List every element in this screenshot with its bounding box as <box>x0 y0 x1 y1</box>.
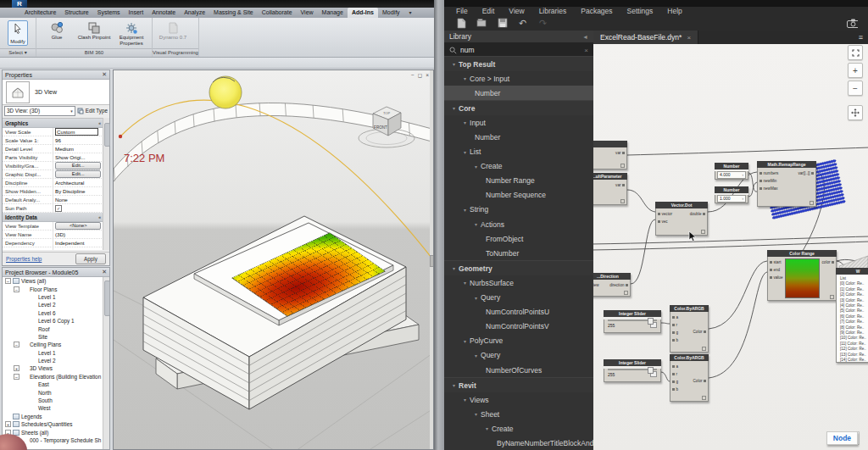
node-vector-dot[interactable]: Vector.Dotvectorvecdouble <box>655 202 708 236</box>
node-preview-toggle[interactable] <box>702 396 706 400</box>
output-port-var[interactable]: var <box>614 181 626 189</box>
library-item-list[interactable]: ▾List <box>444 145 593 159</box>
input-port-newmax[interactable]: newMax <box>758 185 780 192</box>
section-header-identity-data[interactable]: Identity Data« <box>3 213 103 222</box>
menu-settings[interactable]: Settings <box>627 7 654 15</box>
browser-item-level-6[interactable]: Level 6 <box>3 309 103 317</box>
input-port-a[interactable]: a <box>670 314 680 321</box>
browser-item-legends[interactable]: Legends <box>3 413 103 420</box>
property-value-button[interactable]: <None> <box>55 222 101 230</box>
input-port-r[interactable]: r <box>670 321 680 329</box>
browser-item-3d-views[interactable]: +3D Views <box>3 364 103 372</box>
output-port-direction[interactable]: direction <box>608 281 630 289</box>
input-port-vector[interactable]: vector <box>656 210 674 218</box>
library-item-views[interactable]: ▾Views <box>444 392 593 407</box>
library-item-polycurve[interactable]: ▾PolyCurve <box>444 334 593 348</box>
node-button[interactable]: Node <box>826 431 858 445</box>
browser-item-ceiling-plans[interactable]: −Ceiling Plans <box>3 341 103 348</box>
edit-type-button[interactable]: Edit Type <box>77 108 108 114</box>
library-item-geometry[interactable]: ▾Geometry <box>444 260 593 275</box>
node-param-a[interactable]: var <box>593 141 627 169</box>
type-selector-preview[interactable]: 3D View <box>3 80 109 105</box>
ribbon-tab-add-ins[interactable]: Add-Ins <box>348 8 378 18</box>
slider-thumb[interactable] <box>648 367 654 374</box>
library-item-input[interactable]: ▾Input <box>444 115 593 130</box>
node-color-range[interactable]: Color Rangestartendvaluecolor <box>767 250 837 301</box>
browser-item-roof[interactable]: Roof <box>3 325 103 332</box>
input-port-a[interactable]: a <box>670 363 680 370</box>
input-port-start[interactable]: start <box>768 258 784 266</box>
node-watch[interactable]: WList[0] Color: Re..[1] Color: Re..[2] C… <box>836 268 868 363</box>
select-panel-label[interactable]: Select ▾ <box>0 48 36 57</box>
node-value[interactable]: 1.000› <box>717 195 746 203</box>
zoom-in-button[interactable]: + <box>848 63 863 78</box>
library-item-number[interactable]: Number <box>444 130 593 144</box>
ribbon-options-icon[interactable]: ▾ <box>409 8 412 18</box>
node-param-b[interactable]: ...ultParametervar <box>593 173 627 205</box>
browser-item-level-2[interactable]: Level 2 <box>3 301 103 308</box>
input-port-b[interactable]: b <box>670 386 680 393</box>
node-canvas[interactable]: var...ultParametervarNumber4.000›Number1… <box>593 44 868 450</box>
ribbon-tab-structure[interactable]: Structure <box>60 8 92 18</box>
node-value[interactable]: 4.000› <box>717 171 746 179</box>
ribbon-tab-manage[interactable]: Manage <box>318 8 348 18</box>
modify-button[interactable]: Modify <box>8 20 28 46</box>
browser-item-north[interactable]: North <box>3 388 103 396</box>
ribbon-tab-annotate[interactable]: Annotate <box>147 8 180 18</box>
glue-button[interactable]: Glue <box>39 19 75 41</box>
library-item-number-range[interactable]: Number Range <box>444 174 593 188</box>
library-item-number[interactable]: Number <box>444 86 593 100</box>
browser-item-level-1[interactable]: Level 1 <box>3 293 103 301</box>
properties-scrollbar[interactable] <box>103 118 109 250</box>
workspace-tab[interactable]: ExcelRead-BaseFile.dyn* × <box>593 31 698 44</box>
node-math-remaprange[interactable]: Math.RemapRangenumbersnewMinnewMaxvar[].… <box>757 161 816 207</box>
browser-item-level-1[interactable]: Level 1 <box>3 349 103 357</box>
node-preview-toggle[interactable] <box>624 291 628 295</box>
library-collapse-icon[interactable]: ◄ <box>582 34 588 40</box>
view-minimize-icon[interactable]: − <box>411 72 415 78</box>
browser-item-sheets-all[interactable]: −Sheets (all) <box>3 428 103 436</box>
ribbon-tab-view[interactable]: View <box>297 8 318 18</box>
expand-icon[interactable]: + <box>5 421 11 427</box>
view-restore-icon[interactable]: ◻ <box>418 72 422 78</box>
collapse-icon[interactable]: − <box>5 278 11 284</box>
property-value-button[interactable]: Edit... <box>55 162 101 169</box>
library-item-numcontrolpointsu[interactable]: NumControlPointsU <box>444 305 593 319</box>
ribbon-tab-analyze[interactable]: Analyze <box>180 8 209 18</box>
library-item-query[interactable]: ▾Query <box>444 348 593 363</box>
node-preview-toggle[interactable] <box>620 199 625 203</box>
expand-icon[interactable]: + <box>14 365 19 371</box>
menu-help[interactable]: Help <box>667 7 682 15</box>
view-scrollbar[interactable] <box>430 70 433 449</box>
open-file-icon[interactable] <box>476 18 487 29</box>
menu-edit[interactable]: Edit <box>482 7 495 15</box>
output-port-color[interactable]: Color <box>692 377 708 385</box>
section-header-graphics[interactable]: Graphics« <box>3 119 103 128</box>
input-port-g[interactable]: g <box>670 378 680 386</box>
library-item-create[interactable]: ▾Create <box>444 421 593 436</box>
library-item-string[interactable]: ▾String <box>444 203 593 217</box>
search-input[interactable] <box>460 46 581 54</box>
node-integer-slider-1[interactable]: Integer Slider255 <box>604 310 661 333</box>
new-file-icon[interactable] <box>456 18 467 29</box>
ribbon-tab-systems[interactable]: Systems <box>93 8 125 18</box>
browser-item-site[interactable]: Site <box>3 333 103 341</box>
equipment-properties-button[interactable]: Equipment Properties <box>114 19 149 46</box>
browser-item-views-all[interactable]: −Views (all) <box>3 277 103 285</box>
3d-view[interactable]: TOP FRONT <box>113 69 434 450</box>
node-direction[interactable]: ...Directionviewdirection <box>593 273 631 297</box>
dynamo-0-7-button[interactable]: Dynamo 0.7 <box>155 19 191 41</box>
library-item-bynamenumbertitleblockandview[interactable]: ByNameNumberTitleBlockAndView <box>444 436 593 450</box>
camera-icon[interactable] <box>847 18 858 29</box>
slider-track[interactable] <box>608 319 657 321</box>
property-value-input[interactable]: Custom <box>55 128 98 136</box>
library-item-numberofcurves[interactable]: NumberOfCurves <box>444 363 593 377</box>
input-port-vec[interactable]: vec <box>656 218 674 225</box>
ribbon-tab-modify[interactable]: Modify <box>378 8 404 18</box>
tab-close-icon[interactable]: × <box>687 34 691 42</box>
library-item-sheet[interactable]: ▾Sheet <box>444 407 593 421</box>
input-port-newmin[interactable]: newMin <box>758 177 780 185</box>
library-item-top-result[interactable]: ▾Top Result <box>444 56 593 71</box>
collapse-icon[interactable]: − <box>14 286 19 292</box>
output-port-double[interactable]: double <box>688 210 707 218</box>
